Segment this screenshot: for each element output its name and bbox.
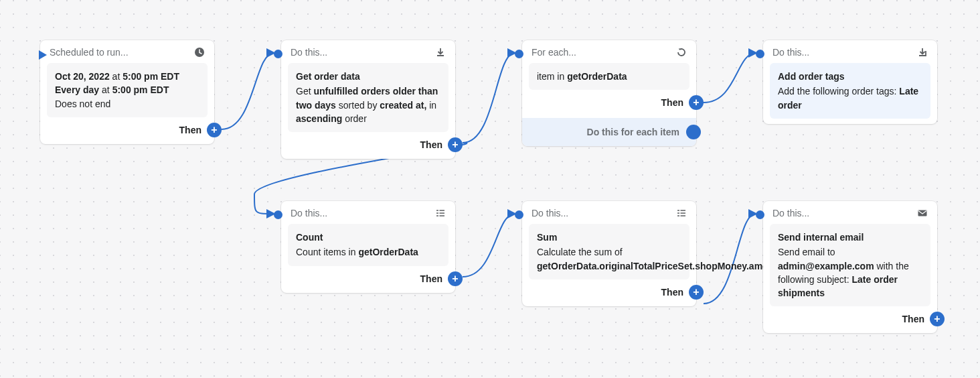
then-connector-button[interactable]: + bbox=[930, 312, 945, 326]
then-label: Then bbox=[902, 314, 924, 324]
node-body: Send internal email Send email to admin@… bbox=[770, 224, 930, 306]
then-label: Then bbox=[179, 125, 201, 135]
node-scheduled[interactable]: Scheduled to run... Oct 20, 2022 at 5:00… bbox=[40, 40, 214, 144]
node-header-label: Do this... bbox=[291, 208, 428, 218]
input-connector bbox=[756, 210, 764, 219]
input-connector bbox=[756, 50, 764, 58]
then-connector-button[interactable]: + bbox=[689, 95, 704, 110]
node-body: Oct 20, 2022 at 5:00 pm EDT Every day at… bbox=[47, 63, 208, 117]
then-connector-button[interactable]: + bbox=[448, 271, 463, 286]
then-connector-button[interactable]: + bbox=[448, 137, 463, 152]
input-connector bbox=[274, 210, 282, 219]
node-for-each[interactable]: For each... item in getOrderData Then + … bbox=[522, 40, 696, 146]
node-header-label: For each... bbox=[532, 47, 669, 58]
node-get-order-data[interactable]: Do this... Get order data Get unfulfille… bbox=[281, 40, 455, 159]
download-icon bbox=[435, 47, 446, 58]
node-header-label: Do this... bbox=[772, 47, 910, 58]
play-icon bbox=[37, 50, 48, 60]
input-connector bbox=[274, 50, 282, 58]
node-header-label: Do this... bbox=[772, 208, 910, 218]
for-each-bar-label: Do this for each item bbox=[587, 127, 679, 137]
then-label: Then bbox=[420, 273, 442, 284]
variable-icon bbox=[435, 208, 446, 218]
then-connector-button[interactable]: + bbox=[207, 123, 222, 137]
node-body: item in getOrderData bbox=[529, 63, 689, 90]
then-label: Then bbox=[661, 287, 683, 298]
for-each-item-bar: Do this for each item bbox=[522, 118, 696, 146]
node-send-internal-email[interactable]: Do this... Send internal email Send emai… bbox=[763, 201, 937, 333]
clock-icon bbox=[194, 47, 205, 58]
node-body: Get order data Get unfulfilled orders ol… bbox=[288, 63, 448, 132]
node-body: Count Count items in getOrderData bbox=[288, 224, 448, 266]
email-icon bbox=[917, 208, 928, 218]
then-connector-button[interactable]: + bbox=[689, 285, 704, 300]
input-connector bbox=[515, 210, 523, 219]
then-label: Then bbox=[420, 139, 442, 150]
variable-icon bbox=[676, 208, 687, 218]
node-sum[interactable]: Do this... Sum Calculate the sum of getO… bbox=[522, 201, 696, 306]
input-connector bbox=[515, 50, 523, 58]
node-count[interactable]: Do this... Count Count items in getOrder… bbox=[281, 201, 455, 293]
node-header-label: Do this... bbox=[532, 208, 669, 218]
node-header-label: Do this... bbox=[291, 47, 428, 58]
for-each-connector-button[interactable] bbox=[686, 125, 701, 139]
node-add-order-tags[interactable]: Do this... Add order tags Add the follow… bbox=[763, 40, 937, 124]
loop-icon bbox=[676, 47, 687, 58]
node-body: Add order tags Add the following order t… bbox=[770, 63, 930, 119]
import-icon bbox=[917, 47, 928, 58]
node-header-label: Scheduled to run... bbox=[50, 47, 187, 58]
then-label: Then bbox=[661, 97, 683, 108]
node-body: Sum Calculate the sum of getOrderData.or… bbox=[529, 224, 689, 279]
